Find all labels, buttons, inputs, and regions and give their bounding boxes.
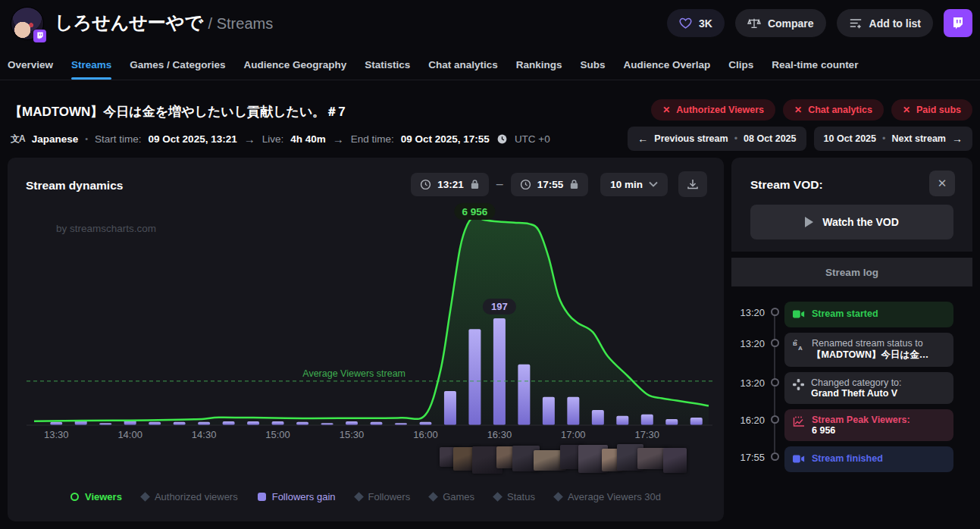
tab-chat-analytics[interactable]: Chat analytics xyxy=(428,51,498,79)
bar-peak-value: 197 xyxy=(491,301,508,312)
legend-item-authorized-viewers[interactable]: Authorized viewers xyxy=(142,491,238,502)
followers-gain-bar xyxy=(247,421,259,425)
stream-vod-card: Stream VOD: ✕ Watch the VOD xyxy=(731,158,972,252)
finished-icon xyxy=(793,452,805,467)
badge-authorized-viewers[interactable]: ✕Authorized Viewers xyxy=(651,99,775,121)
chevron-down-icon xyxy=(649,181,658,187)
badge-label: Paid subs xyxy=(916,105,961,115)
dot-separator: • xyxy=(734,133,737,144)
tab-overview[interactable]: Overview xyxy=(8,51,53,79)
badge-chat-analytics[interactable]: ✕Chat analytics xyxy=(783,99,884,121)
followers-gain-bar xyxy=(198,422,210,425)
circle-marker-icon xyxy=(70,493,79,501)
twitch-channel-button[interactable] xyxy=(944,9,972,37)
x-axis-tick: 15:00 xyxy=(265,429,290,440)
tab-clips[interactable]: Clips xyxy=(728,51,753,79)
previous-stream-label: Previous stream xyxy=(654,133,728,144)
tab-rankings[interactable]: Rankings xyxy=(516,51,562,79)
compare-button[interactable]: Compare xyxy=(735,9,826,37)
arrow-right-icon: → xyxy=(952,133,963,145)
legend-item-followers[interactable]: Followers xyxy=(355,491,411,502)
chart-canvas[interactable]: Average Viewers stream13:3014:0014:3015:… xyxy=(8,202,724,443)
followers-gain-bar xyxy=(592,410,604,425)
timeline-node xyxy=(765,302,784,327)
log-entry-started: 13:20Stream started xyxy=(731,302,972,327)
log-card-started: Stream started xyxy=(784,302,953,327)
legend-label: Average Viewers 30d xyxy=(568,491,661,502)
diamond-marker-icon xyxy=(140,492,150,502)
log-line-1: Stream started xyxy=(812,307,878,319)
legend-item-games[interactable]: Games xyxy=(430,491,474,502)
log-line-1: Stream finished xyxy=(812,452,883,464)
watch-vod-button[interactable]: Watch the VOD xyxy=(750,205,953,239)
followers-gain-bar xyxy=(296,422,308,425)
add-to-list-label: Add to list xyxy=(869,17,921,30)
followers-gain-bar xyxy=(690,418,703,425)
twitch-icon xyxy=(952,17,964,30)
diamond-marker-icon xyxy=(354,492,364,502)
tab-streams[interactable]: Streams xyxy=(71,51,111,79)
legend-item-average-viewers-30d[interactable]: Average Viewers 30d xyxy=(555,491,661,502)
favorites-button[interactable]: 3K xyxy=(667,9,725,37)
timeline-node xyxy=(765,333,784,367)
log-card-text: Stream Peak Viewers:6 956 xyxy=(812,415,910,436)
legend-label: Status xyxy=(507,491,535,502)
arrow-right-icon: → xyxy=(244,133,255,146)
timeline-dot xyxy=(771,415,779,424)
dot-separator: • xyxy=(85,134,88,143)
close-icon[interactable]: ✕ xyxy=(929,171,955,196)
time-from-input[interactable]: 13:21 xyxy=(411,173,489,196)
legend-label: Followers xyxy=(368,491,411,502)
legend-label: Authorized viewers xyxy=(155,491,238,502)
tab-real-time-counter[interactable]: Real-time counter xyxy=(772,51,858,79)
badge-label: Authorized Viewers xyxy=(676,105,764,115)
stream-thumbnails-strip[interactable] xyxy=(440,443,681,474)
log-card-text: Stream started xyxy=(812,307,878,319)
followers-gain-bar xyxy=(518,365,530,425)
tab-statistics[interactable]: Statistics xyxy=(365,51,410,79)
language-value: Japanese xyxy=(32,133,79,145)
svg-text:A: A xyxy=(798,345,803,352)
viewers-area xyxy=(34,217,709,425)
nav-tabs: OverviewStreamsGames / CategoriesAudienc… xyxy=(0,50,980,80)
legend-item-status[interactable]: Status xyxy=(494,491,535,502)
lock-icon xyxy=(470,179,480,189)
x-axis-tick: 15:30 xyxy=(340,429,365,440)
followers-gain-bar xyxy=(419,422,431,425)
tab-audience-geography[interactable]: Audience Geography xyxy=(243,51,346,79)
tab-subs[interactable]: Subs xyxy=(581,51,606,79)
diamond-marker-icon xyxy=(493,492,503,502)
log-entry-category: 13:20Changed category to:Grand Theft Aut… xyxy=(731,372,972,404)
previous-stream-button[interactable]: ← Previous stream • 08 Oct 2025 xyxy=(628,127,806,151)
tab-games-categories[interactable]: Games / Categories xyxy=(130,51,225,79)
chart-title: Stream dynamics xyxy=(26,179,123,193)
time-to-input[interactable]: 17:55 xyxy=(511,173,589,196)
twitch-platform-icon xyxy=(33,30,46,42)
log-line-2: 6 956 xyxy=(812,425,910,436)
legend-item-viewers[interactable]: Viewers xyxy=(70,491,122,502)
close-icon: ✕ xyxy=(794,105,802,115)
badge-paid-subs[interactable]: ✕Paid subs xyxy=(891,99,972,121)
add-to-list-button[interactable]: Add to list xyxy=(837,9,933,37)
square-marker-icon xyxy=(258,493,266,501)
legend-item-followers-gain[interactable]: Followers gain xyxy=(258,491,336,502)
breadcrumb-section: / Streams xyxy=(208,15,274,32)
top-header: しろせんせーやで / Streams 3K Compare Add to lis… xyxy=(0,0,980,47)
live-duration-value: 4h 40m xyxy=(290,133,326,145)
compare-label: Compare xyxy=(768,17,814,30)
interval-dropdown[interactable]: 10 min xyxy=(600,173,668,196)
diamond-marker-icon xyxy=(428,492,438,502)
timeline-dot xyxy=(771,452,779,461)
stream-meta-row: 文A Japanese • Start time: 09 Oct 2025, 1… xyxy=(11,129,550,149)
followers-gain-bar xyxy=(444,391,456,425)
streamer-avatar[interactable] xyxy=(11,7,44,40)
stream-dynamics-card: Stream dynamics 13:21 – 17:55 10 min by … xyxy=(8,158,724,521)
log-card-category: Changed category to:Grand Theft Auto V xyxy=(784,372,953,404)
stream-thumbnail[interactable] xyxy=(663,448,687,473)
legend-label: Games xyxy=(443,491,474,502)
favorites-count: 3K xyxy=(699,17,712,30)
tab-audience-overlap[interactable]: Audience Overlap xyxy=(624,51,711,79)
log-entry-finished: 17:55Stream finished xyxy=(731,446,972,472)
download-chart-button[interactable] xyxy=(678,171,707,197)
next-stream-button[interactable]: 10 Oct 2025 • Next stream → xyxy=(814,127,972,151)
